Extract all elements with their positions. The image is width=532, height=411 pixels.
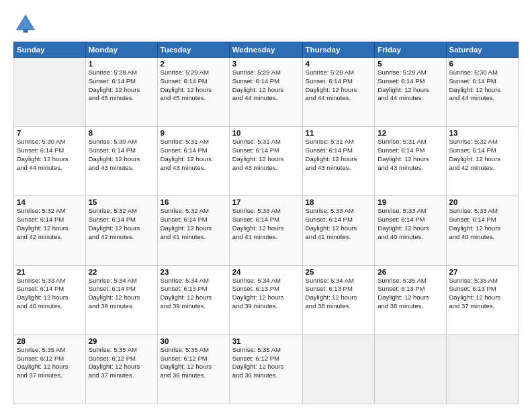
day-info: Sunrise: 5:29 AM Sunset: 6:14 PM Dayligh… bbox=[161, 68, 226, 103]
day-number: 5 bbox=[378, 60, 443, 68]
day-number: 21 bbox=[17, 268, 83, 276]
calendar-cell: 20Sunrise: 5:33 AM Sunset: 6:14 PM Dayli… bbox=[446, 196, 519, 265]
day-number: 30 bbox=[161, 337, 226, 345]
day-number: 23 bbox=[161, 268, 226, 276]
day-info: Sunrise: 5:33 AM Sunset: 6:14 PM Dayligh… bbox=[449, 207, 516, 241]
calendar-table: SundayMondayTuesdayWednesdayThursdayFrid… bbox=[13, 42, 519, 404]
day-number: 31 bbox=[232, 337, 300, 345]
day-info: Sunrise: 5:35 AM Sunset: 6:12 PM Dayligh… bbox=[161, 346, 226, 380]
day-info: Sunrise: 5:29 AM Sunset: 6:14 PM Dayligh… bbox=[232, 68, 300, 103]
calendar-cell: 25Sunrise: 5:34 AM Sunset: 6:13 PM Dayli… bbox=[302, 265, 375, 334]
day-number: 24 bbox=[232, 268, 300, 276]
calendar-cell: 15Sunrise: 5:32 AM Sunset: 6:14 PM Dayli… bbox=[85, 196, 157, 265]
day-info: Sunrise: 5:32 AM Sunset: 6:14 PM Dayligh… bbox=[449, 138, 516, 172]
day-info: Sunrise: 5:32 AM Sunset: 6:14 PM Dayligh… bbox=[161, 207, 226, 241]
day-info: Sunrise: 5:34 AM Sunset: 6:14 PM Dayligh… bbox=[89, 277, 154, 311]
day-info: Sunrise: 5:33 AM Sunset: 6:14 PM Dayligh… bbox=[378, 207, 443, 241]
calendar-cell: 31Sunrise: 5:35 AM Sunset: 6:12 PM Dayli… bbox=[229, 334, 302, 404]
day-info: Sunrise: 5:33 AM Sunset: 6:14 PM Dayligh… bbox=[306, 207, 372, 241]
day-info: Sunrise: 5:34 AM Sunset: 6:13 PM Dayligh… bbox=[306, 277, 372, 311]
calendar-cell: 11Sunrise: 5:31 AM Sunset: 6:14 PM Dayli… bbox=[302, 127, 375, 196]
day-number: 11 bbox=[306, 129, 372, 137]
day-number: 15 bbox=[89, 198, 154, 206]
svg-rect-2 bbox=[23, 29, 28, 32]
calendar-cell: 8Sunrise: 5:30 AM Sunset: 6:14 PM Daylig… bbox=[85, 127, 157, 196]
day-info: Sunrise: 5:31 AM Sunset: 6:14 PM Dayligh… bbox=[232, 138, 300, 172]
day-number: 18 bbox=[306, 198, 372, 206]
calendar-week-5: 28Sunrise: 5:35 AM Sunset: 6:12 PM Dayli… bbox=[14, 334, 519, 404]
day-info: Sunrise: 5:32 AM Sunset: 6:14 PM Dayligh… bbox=[17, 207, 83, 241]
day-number: 29 bbox=[89, 337, 154, 345]
day-info: Sunrise: 5:31 AM Sunset: 6:14 PM Dayligh… bbox=[161, 138, 226, 172]
day-number: 13 bbox=[449, 129, 516, 137]
calendar-cell: 7Sunrise: 5:30 AM Sunset: 6:14 PM Daylig… bbox=[14, 127, 86, 196]
day-number: 7 bbox=[17, 129, 83, 137]
day-info: Sunrise: 5:34 AM Sunset: 6:13 PM Dayligh… bbox=[232, 277, 300, 311]
calendar-cell: 27Sunrise: 5:35 AM Sunset: 6:13 PM Dayli… bbox=[446, 265, 519, 334]
day-info: Sunrise: 5:30 AM Sunset: 6:14 PM Dayligh… bbox=[449, 68, 516, 103]
day-info: Sunrise: 5:35 AM Sunset: 6:13 PM Dayligh… bbox=[378, 277, 443, 311]
day-number: 25 bbox=[306, 268, 372, 276]
day-info: Sunrise: 5:30 AM Sunset: 6:14 PM Dayligh… bbox=[89, 138, 154, 172]
day-info: Sunrise: 5:35 AM Sunset: 6:13 PM Dayligh… bbox=[449, 277, 516, 311]
calendar-header-sunday: Sunday bbox=[14, 42, 86, 58]
day-number: 8 bbox=[89, 129, 154, 137]
calendar-cell: 29Sunrise: 5:35 AM Sunset: 6:12 PM Dayli… bbox=[85, 334, 157, 404]
calendar-header-wednesday: Wednesday bbox=[229, 42, 302, 58]
day-info: Sunrise: 5:31 AM Sunset: 6:14 PM Dayligh… bbox=[306, 138, 372, 172]
calendar-cell: 22Sunrise: 5:34 AM Sunset: 6:14 PM Dayli… bbox=[85, 265, 157, 334]
calendar-cell: 10Sunrise: 5:31 AM Sunset: 6:14 PM Dayli… bbox=[229, 127, 302, 196]
calendar-cell: 2Sunrise: 5:29 AM Sunset: 6:14 PM Daylig… bbox=[157, 58, 229, 127]
calendar-cell bbox=[375, 334, 446, 404]
day-number: 17 bbox=[232, 198, 300, 206]
day-info: Sunrise: 5:31 AM Sunset: 6:14 PM Dayligh… bbox=[378, 138, 443, 172]
day-number: 20 bbox=[449, 198, 516, 206]
day-number: 28 bbox=[17, 337, 83, 345]
day-info: Sunrise: 5:28 AM Sunset: 6:14 PM Dayligh… bbox=[89, 68, 154, 103]
page: SundayMondayTuesdayWednesdayThursdayFrid… bbox=[0, 0, 532, 411]
day-info: Sunrise: 5:35 AM Sunset: 6:12 PM Dayligh… bbox=[17, 346, 83, 380]
calendar-cell bbox=[302, 334, 375, 404]
day-info: Sunrise: 5:33 AM Sunset: 6:14 PM Dayligh… bbox=[17, 277, 83, 311]
calendar-header-tuesday: Tuesday bbox=[157, 42, 229, 58]
calendar-week-2: 7Sunrise: 5:30 AM Sunset: 6:14 PM Daylig… bbox=[14, 127, 519, 196]
day-number: 1 bbox=[89, 60, 154, 68]
calendar-cell: 3Sunrise: 5:29 AM Sunset: 6:14 PM Daylig… bbox=[229, 58, 302, 127]
calendar-cell: 12Sunrise: 5:31 AM Sunset: 6:14 PM Dayli… bbox=[375, 127, 446, 196]
day-info: Sunrise: 5:33 AM Sunset: 6:14 PM Dayligh… bbox=[232, 207, 300, 241]
calendar-cell: 18Sunrise: 5:33 AM Sunset: 6:14 PM Dayli… bbox=[302, 196, 375, 265]
calendar-header-saturday: Saturday bbox=[446, 42, 519, 58]
day-info: Sunrise: 5:34 AM Sunset: 6:13 PM Dayligh… bbox=[161, 277, 226, 311]
header bbox=[13, 12, 519, 36]
day-number: 2 bbox=[161, 60, 226, 68]
day-number: 16 bbox=[161, 198, 226, 206]
day-number: 12 bbox=[378, 129, 443, 137]
calendar-cell: 24Sunrise: 5:34 AM Sunset: 6:13 PM Dayli… bbox=[229, 265, 302, 334]
calendar-cell: 30Sunrise: 5:35 AM Sunset: 6:12 PM Dayli… bbox=[157, 334, 229, 404]
calendar-cell: 23Sunrise: 5:34 AM Sunset: 6:13 PM Dayli… bbox=[157, 265, 229, 334]
logo bbox=[13, 12, 40, 36]
calendar-header-monday: Monday bbox=[85, 42, 157, 58]
calendar-cell: 14Sunrise: 5:32 AM Sunset: 6:14 PM Dayli… bbox=[14, 196, 86, 265]
day-info: Sunrise: 5:35 AM Sunset: 6:12 PM Dayligh… bbox=[89, 346, 154, 380]
day-info: Sunrise: 5:35 AM Sunset: 6:12 PM Dayligh… bbox=[232, 346, 300, 380]
calendar-cell: 6Sunrise: 5:30 AM Sunset: 6:14 PM Daylig… bbox=[446, 58, 519, 127]
day-number: 9 bbox=[161, 129, 226, 137]
calendar-week-3: 14Sunrise: 5:32 AM Sunset: 6:14 PM Dayli… bbox=[14, 196, 519, 265]
day-number: 27 bbox=[449, 268, 516, 276]
calendar-cell: 28Sunrise: 5:35 AM Sunset: 6:12 PM Dayli… bbox=[14, 334, 86, 404]
calendar-cell bbox=[446, 334, 519, 404]
calendar-cell: 13Sunrise: 5:32 AM Sunset: 6:14 PM Dayli… bbox=[446, 127, 519, 196]
day-number: 6 bbox=[449, 60, 516, 68]
calendar-header-friday: Friday bbox=[375, 42, 446, 58]
day-number: 14 bbox=[17, 198, 83, 206]
day-number: 4 bbox=[306, 60, 372, 68]
day-number: 19 bbox=[378, 198, 443, 206]
calendar-week-1: 1Sunrise: 5:28 AM Sunset: 6:14 PM Daylig… bbox=[14, 58, 519, 127]
day-number: 26 bbox=[378, 268, 443, 276]
calendar-cell: 17Sunrise: 5:33 AM Sunset: 6:14 PM Dayli… bbox=[229, 196, 302, 265]
day-info: Sunrise: 5:29 AM Sunset: 6:14 PM Dayligh… bbox=[378, 68, 443, 103]
logo-icon bbox=[13, 12, 38, 36]
day-number: 10 bbox=[232, 129, 300, 137]
calendar-header-row: SundayMondayTuesdayWednesdayThursdayFrid… bbox=[14, 42, 519, 58]
